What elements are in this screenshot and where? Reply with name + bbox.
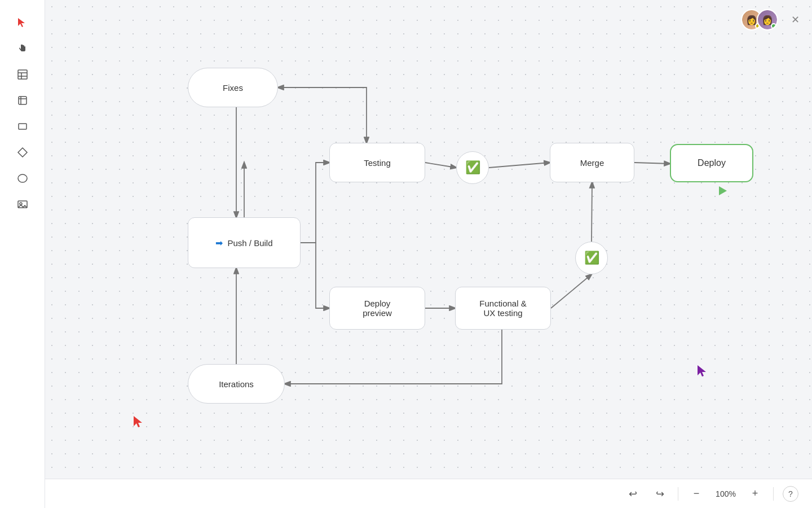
merge-node[interactable]: Merge (550, 143, 634, 182)
svg-point-8 (18, 174, 27, 182)
redo-button[interactable]: ↪ (651, 485, 669, 503)
push-build-node[interactable]: ➡ Push / Build (188, 217, 301, 268)
zoom-level: 100% (714, 489, 737, 498)
zoom-in-button[interactable]: + (746, 485, 764, 503)
undo-icon: ↩ (629, 488, 637, 500)
sidebar (0, 0, 45, 508)
close-button[interactable]: ✕ (787, 12, 803, 28)
fixes-node[interactable]: Fixes (188, 68, 278, 107)
arrows-layer (45, 0, 812, 508)
ellipse-icon[interactable] (11, 167, 34, 190)
svg-marker-23 (698, 365, 706, 376)
avatar-group: 👩 👩 (741, 9, 778, 30)
push-build-label: Push / Build (227, 238, 272, 248)
diamond-icon[interactable] (11, 141, 34, 164)
svg-rect-5 (19, 97, 27, 104)
iterations-node[interactable]: Iterations (188, 364, 285, 404)
deploy-label: Deploy (698, 158, 726, 168)
rectangle-icon[interactable] (11, 115, 34, 138)
push-build-icon: ➡ (215, 238, 223, 248)
zoom-out-button[interactable]: − (687, 485, 705, 503)
sticky-note-icon[interactable] (11, 89, 34, 112)
deploy-preview-node[interactable]: Deploy preview (329, 287, 425, 330)
svg-line-16 (634, 163, 670, 164)
undo-button[interactable]: ↩ (624, 485, 642, 503)
svg-line-18 (551, 274, 592, 308)
cursor-green-deploy (719, 186, 727, 195)
help-button[interactable]: ? (783, 486, 798, 502)
zoom-out-icon: − (694, 488, 700, 500)
merge-label: Merge (580, 158, 604, 168)
zoom-in-icon: + (752, 488, 758, 500)
check2-node[interactable]: ✅ (575, 242, 608, 274)
deploy-node[interactable]: Deploy (670, 144, 753, 182)
svg-marker-22 (134, 416, 142, 427)
svg-rect-1 (18, 70, 27, 79)
toolbar-divider (678, 487, 678, 501)
functional-ux-label: Functional & UX testing (479, 299, 526, 318)
deploy-preview-label: Deploy preview (363, 299, 392, 318)
iterations-label: Iterations (219, 379, 254, 389)
table-icon[interactable] (11, 63, 34, 86)
hand-tool-icon[interactable] (11, 37, 34, 60)
bottom-toolbar: ↩ ↪ − 100% + ? (45, 479, 812, 508)
check1-node[interactable]: ✅ (456, 151, 489, 184)
testing-node[interactable]: Testing (329, 143, 425, 182)
image-icon[interactable] (11, 193, 34, 216)
fixes-label: Fixes (223, 83, 243, 93)
cursor-tool-icon[interactable] (11, 11, 34, 34)
cursor-purple (696, 364, 708, 380)
check2-label: ✅ (584, 251, 599, 265)
avatar-2: 👩 (757, 9, 778, 30)
svg-line-19 (592, 182, 592, 242)
svg-rect-6 (19, 124, 27, 129)
svg-marker-7 (18, 148, 27, 157)
top-right-controls: 👩 👩 ✕ (741, 9, 803, 30)
check1-label: ✅ (465, 160, 480, 175)
help-icon: ? (788, 489, 793, 498)
redo-icon: ↪ (656, 488, 664, 500)
svg-line-14 (425, 163, 456, 168)
canvas-area[interactable]: Fixes ➡ Push / Build Iterations Testing … (45, 0, 812, 508)
cursor-red (133, 415, 144, 431)
testing-label: Testing (364, 158, 391, 168)
svg-line-15 (489, 163, 550, 168)
svg-marker-0 (18, 18, 25, 27)
avatar-2-status (771, 23, 776, 29)
toolbar-divider2 (773, 487, 774, 501)
functional-ux-node[interactable]: Functional & UX testing (455, 287, 551, 330)
